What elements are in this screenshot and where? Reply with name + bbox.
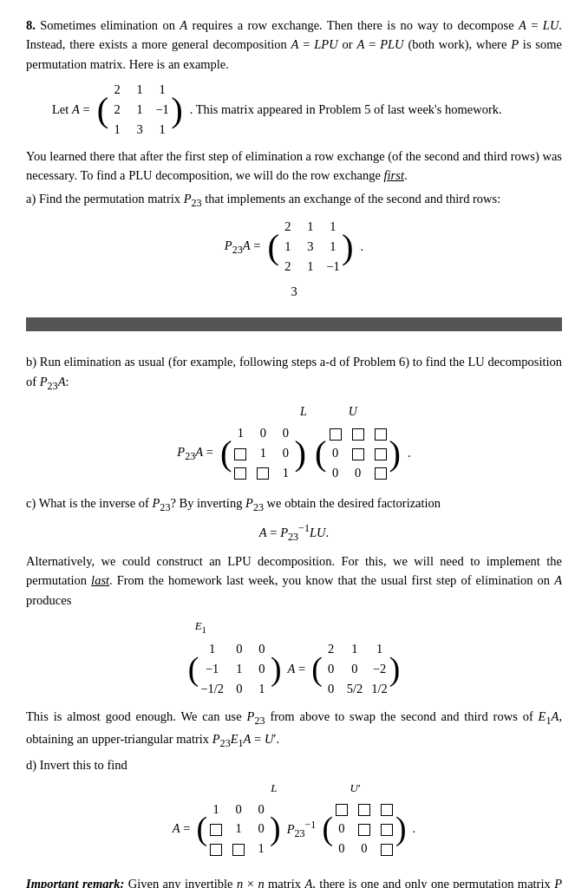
important-section: Important remark: Given any invertible n… (26, 874, 562, 888)
p23a-lu-label: P23A = (177, 443, 213, 464)
e1-matrix: ( 1 0 0 −1 1 0 −1/2 0 1 ) (186, 638, 284, 700)
bracket-left: ( (97, 93, 109, 128)
box-u23 (375, 448, 387, 460)
page-number: 3 (26, 283, 562, 302)
box-l21 (234, 448, 246, 460)
e1-block: E1 ( 1 0 0 −1 1 0 −1/2 0 1 (186, 617, 402, 700)
part-b-text: b) Run elimination as usual (for example… (26, 352, 562, 394)
lpu-u-matrix: ( 0 0 0 ) (320, 799, 408, 860)
factorization-formula: A = P23−1LU. (26, 520, 562, 545)
last-emphasis: last (91, 573, 109, 587)
factorization-text: A = P23−1LU. (259, 520, 329, 545)
almost-paragraph: This is almost good enough. We can use P… (26, 707, 562, 751)
first-emphasis: first (384, 168, 404, 182)
to-find: To find (80, 168, 116, 182)
lpu-u-label: U′ (350, 780, 361, 797)
box-u11 (330, 428, 342, 441)
p23a-label: P23A = (225, 237, 261, 258)
lu-label-block: L U P23A = ( 1 0 0 1 0 (177, 402, 410, 484)
a-equals-label: A = (173, 819, 191, 839)
part-c-text: c) What is the inverse of P23? By invert… (26, 493, 562, 516)
important-label: Important remark: (26, 877, 124, 888)
lpu-formula: L U′ A = ( 1 0 0 1 0 1 (26, 780, 562, 860)
u-label: U (349, 402, 357, 421)
box-l31 (234, 467, 246, 480)
problem-number: 8. (26, 18, 36, 32)
almost-section: This is almost good enough. We can use P… (26, 707, 562, 774)
box-uprime-13 (381, 804, 393, 816)
box-l32 (257, 467, 269, 480)
matrix-a: ( 2 1 1 2 1 −1 1 3 1 ) (95, 79, 185, 140)
box-uprime-33 (381, 844, 393, 856)
box-u13 (375, 428, 387, 441)
e1-label: E1 (195, 617, 206, 637)
box-uprime-11 (336, 804, 348, 816)
l-label: L (300, 402, 307, 421)
let-a-label: Let A = (52, 101, 90, 120)
part-c-section: c) What is the inverse of P23? By invert… (26, 493, 562, 516)
part-d-text: d) Invert this to find (26, 755, 562, 774)
box-u33 (375, 467, 387, 480)
section-divider (26, 317, 562, 331)
e1a-formula: E1 ( 1 0 0 −1 1 0 −1/2 0 1 (26, 617, 562, 700)
e1a-result-matrix: ( 2 1 1 0 0 −2 0 5/2 1/2 ) (310, 638, 402, 700)
box-uprime-23 (381, 824, 393, 836)
lu-formula-row: P23A = ( 1 0 0 1 0 1 ) (177, 422, 410, 484)
lu-formula-line: L U P23A = ( 1 0 0 1 0 (26, 402, 562, 484)
part-a-text: a) Find the permutation matrix P23 that … (26, 189, 562, 212)
intro-paragraph: 8. Sometimes elimination on A requires a… (26, 16, 562, 74)
box-uprime-22 (358, 824, 370, 836)
box-lpu-31 (210, 844, 222, 856)
u-matrix: ( 0 0 0 ) (313, 422, 402, 484)
p23a-matrix: ( 2 1 1 1 3 1 2 1 −1 ) (265, 216, 355, 278)
lpu-l-matrix: ( 1 0 0 1 0 1 ) (195, 799, 283, 860)
p23-inv-label: P23−1 (287, 817, 317, 841)
box-u12 (352, 428, 364, 441)
part-b-section: b) Run elimination as usual (for example… (26, 352, 562, 394)
alt-paragraph: Alternatively, we could construct an LPU… (26, 552, 562, 610)
l-matrix: ( 1 0 0 1 0 1 ) (219, 422, 308, 484)
page-container: 8. Sometimes elimination on A requires a… (0, 0, 588, 888)
lpu-l-label: L (271, 780, 277, 797)
let-a-line: Let A = ( 2 1 1 2 1 −1 1 3 1 ) . This ma… (26, 79, 562, 140)
bracket-right: ) (171, 93, 183, 128)
box-lpu-21 (210, 824, 222, 836)
lu-column-labels: L U (300, 402, 357, 421)
problem-para2: You learned there that after the first s… (26, 147, 562, 212)
problem-8-text: 8. Sometimes elimination on A requires a… (26, 16, 562, 74)
box-uprime-12 (358, 804, 370, 816)
box-lpu-32 (232, 844, 245, 856)
p23a-formula: P23A = ( 2 1 1 1 3 1 2 1 −1 ) . (26, 216, 562, 278)
lpu-l-block: L U′ A = ( 1 0 0 1 0 1 (173, 780, 415, 860)
box-u22 (352, 448, 364, 460)
matrix-a-grid: 2 1 1 2 1 −1 1 3 1 (110, 79, 169, 140)
alt-section: Alternatively, we could construct an LPU… (26, 552, 562, 610)
matrix-a-note: . This matrix appeared in Problem 5 of l… (190, 101, 502, 120)
important-paragraph: Important remark: Given any invertible n… (26, 874, 562, 888)
